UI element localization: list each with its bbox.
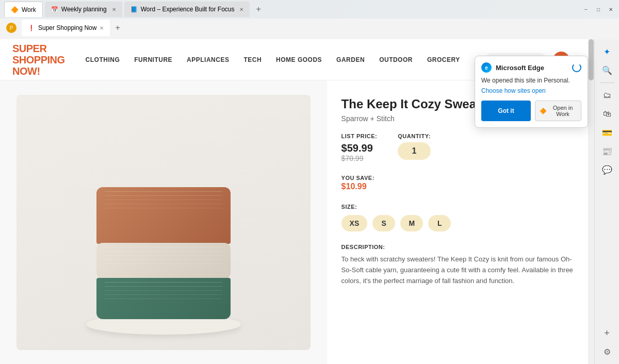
nav-link-appliances[interactable]: APPLIANCES: [187, 56, 229, 63]
edge-logo: e: [481, 62, 492, 73]
taskbar-tab-work-label: Work: [22, 6, 36, 13]
popup-link[interactable]: Choose how sites open: [481, 87, 581, 94]
sidebar-divider-1: [600, 82, 614, 83]
taskbar-tab-planning-label: Weekly planning: [61, 6, 107, 13]
open-in-work-label: Open in Work: [549, 105, 577, 117]
size-xs[interactable]: XS: [341, 215, 368, 231]
browser-tab-shopping-label: Super Shopping Now: [38, 24, 96, 31]
popup-title: Microsoft Edge: [496, 64, 544, 72]
window-controls: − □ ✕: [582, 5, 615, 13]
savings-row: YOU SAVE: $10.99: [341, 173, 580, 191]
taskbar-tab-word-label: Word – Experience Built for Focus: [141, 6, 235, 13]
calendar-icon: 📅: [51, 6, 58, 13]
scrollbar-track: [588, 39, 594, 364]
maximize-button[interactable]: □: [594, 5, 602, 13]
sweater-bottom: [96, 278, 231, 319]
shopping-tab-favicon: ❗: [28, 25, 35, 31]
quantity-value: 1: [412, 146, 417, 156]
sidebar-search-icon[interactable]: 🔍: [599, 62, 615, 78]
quantity-label: QUANTITY:: [398, 133, 431, 139]
sidebar-collections-icon[interactable]: 🗂: [599, 87, 615, 104]
size-buttons: XS S M L: [341, 215, 580, 231]
price-section: LIST PRICE: $59.99 $70.99: [341, 133, 378, 162]
new-browser-tab-button[interactable]: +: [111, 23, 124, 32]
site-logo: SUPER SHOPPING NOW!: [12, 43, 65, 77]
taskbar-tab-planning[interactable]: 📅 Weekly planning ✕: [45, 2, 122, 17]
nav-link-garden[interactable]: GARDEN: [336, 56, 365, 63]
tab-close-planning[interactable]: ✕: [112, 7, 116, 12]
product-image-area: [0, 80, 327, 364]
quantity-section: QUANTITY: 1: [398, 133, 431, 162]
nav-link-outdoor[interactable]: OUTDOOR: [379, 56, 413, 63]
sidebar-settings-button[interactable]: ⚙: [599, 343, 615, 360]
product-image: [17, 95, 311, 350]
sweater-mid: [96, 243, 231, 279]
sidebar-news-icon[interactable]: 📰: [599, 143, 615, 159]
original-price-value: $70.99: [341, 154, 378, 162]
edge-popup: e Microsoft Edge We opened this site in …: [475, 56, 588, 128]
taskbar-tab-work[interactable]: 🔶 Work: [4, 2, 43, 17]
site-nav-links: CLOTHING FURNITURE APPLIANCES TECH HOME …: [86, 56, 485, 63]
nav-link-home-goods[interactable]: HOME GOODS: [276, 56, 322, 63]
open-in-work-button[interactable]: 🔶 Open in Work: [535, 101, 581, 121]
close-button[interactable]: ✕: [607, 5, 615, 13]
nav-link-grocery[interactable]: GROCERY: [427, 56, 460, 63]
edge-sidebar: ✦ 🔍 🗂 🛍 💳 📰 💬 + ⚙: [594, 39, 619, 364]
sidebar-shopping-icon[interactable]: 🛍: [599, 106, 615, 122]
price-qty-row: LIST PRICE: $59.99 $70.99 QUANTITY: 1: [341, 133, 580, 162]
sweater-stack: [91, 187, 236, 319]
popup-buttons: Got it 🔶 Open in Work: [481, 101, 581, 121]
edge-profile-dot: P: [6, 23, 17, 33]
popup-body-text: We opened this site in Personal.: [481, 77, 581, 84]
minimize-button[interactable]: −: [582, 5, 590, 13]
size-row: SIZE: XS S M L: [341, 202, 580, 231]
size-label: SIZE:: [341, 204, 357, 210]
size-s[interactable]: S: [372, 215, 395, 231]
size-l[interactable]: L: [428, 215, 451, 231]
list-price-label: LIST PRICE:: [341, 133, 378, 139]
sidebar-chat-icon[interactable]: 💬: [599, 161, 615, 178]
nav-link-clothing[interactable]: CLOTHING: [86, 56, 120, 63]
browser-tab-shopping[interactable]: ❗ Super Shopping Now ✕: [22, 20, 110, 36]
work-badge-icon: 🔶: [540, 108, 547, 114]
description-text: To heck with scratchy sweaters! The Keep…: [341, 254, 580, 286]
scrollbar-thumb[interactable]: [589, 39, 594, 80]
size-m[interactable]: M: [400, 215, 423, 231]
nav-link-furniture[interactable]: FURNITURE: [134, 56, 172, 63]
popup-header: e Microsoft Edge: [481, 62, 581, 73]
taskbar-tab-word[interactable]: 📘 Word – Experience Built for Focus ✕: [124, 2, 250, 17]
nav-link-tech[interactable]: TECH: [243, 56, 262, 63]
list-price-value: $59.99: [341, 142, 378, 154]
browser-tab-close[interactable]: ✕: [100, 25, 104, 31]
word-icon: 📘: [131, 6, 138, 13]
you-save-label: YOU SAVE:: [341, 175, 374, 181]
os-taskbar: 🔶 Work 📅 Weekly planning ✕ 📘 Word – Expe…: [0, 0, 619, 19]
browser-tab-row: P ❗ Super Shopping Now ✕ +: [0, 19, 619, 37]
quantity-control[interactable]: 1: [398, 142, 431, 160]
tab-close-word[interactable]: ✕: [239, 7, 243, 12]
savings-value: $10.99: [341, 182, 580, 191]
popup-title-row: e Microsoft Edge: [481, 62, 544, 73]
description-label: DESCRIPTION:: [341, 244, 385, 250]
loading-spinner: [572, 63, 581, 72]
sidebar-add-button[interactable]: +: [599, 325, 615, 341]
sidebar-wallet-icon[interactable]: 💳: [599, 124, 615, 141]
sweater-top: [96, 187, 231, 244]
description-section: DESCRIPTION: To heck with scratchy sweat…: [341, 242, 580, 286]
got-it-button[interactable]: Got it: [481, 101, 531, 121]
new-os-tab-button[interactable]: +: [252, 4, 265, 15]
work-icon: 🔶: [11, 6, 19, 13]
sidebar-copilot-icon[interactable]: ✦: [599, 43, 615, 60]
